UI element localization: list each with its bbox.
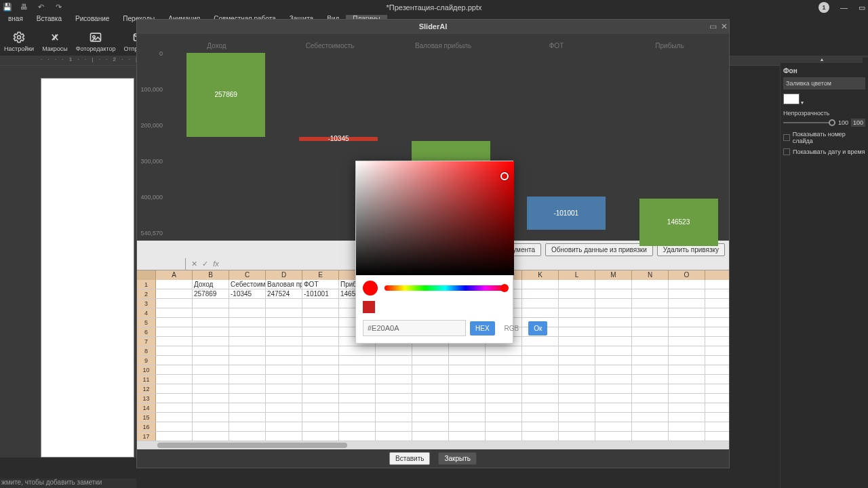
cell-D10[interactable]	[266, 365, 302, 374]
cell-H10[interactable]	[412, 365, 449, 374]
cell-B8[interactable]	[193, 346, 229, 355]
select-all-corner[interactable]	[137, 270, 156, 280]
opacity-slider[interactable]	[783, 122, 835, 123]
cell-I11[interactable]	[449, 375, 486, 384]
cell-G9[interactable]	[376, 356, 412, 365]
cell-A1[interactable]	[156, 280, 193, 289]
cell-O13[interactable]	[669, 394, 705, 403]
cell-L7[interactable]	[559, 337, 595, 346]
cell-B3[interactable]	[193, 299, 229, 308]
cell-A6[interactable]	[156, 327, 193, 336]
cell-H8[interactable]	[412, 346, 449, 355]
cell-H16[interactable]	[412, 422, 449, 431]
cell-C14[interactable]	[229, 403, 266, 412]
cell-K8[interactable]	[522, 346, 559, 355]
cell-N7[interactable]	[632, 337, 669, 346]
cell-A16[interactable]	[156, 422, 193, 431]
cell-A14[interactable]	[156, 403, 193, 412]
cell-O15[interactable]	[669, 413, 705, 422]
toolbar-settings[interactable]: Настройки	[0, 27, 38, 56]
cell-C17[interactable]	[229, 432, 266, 441]
cell-A5[interactable]	[156, 318, 193, 327]
close-button[interactable]: Закрыть	[438, 452, 477, 465]
cell-I8[interactable]	[449, 346, 486, 355]
cell-M6[interactable]	[595, 327, 632, 336]
cell-B1[interactable]: Доход	[193, 280, 229, 289]
cell-N9[interactable]	[632, 356, 669, 365]
cell-C10[interactable]	[229, 365, 266, 374]
cell-M4[interactable]	[595, 308, 632, 317]
cell-C8[interactable]	[229, 346, 266, 355]
cell-G12[interactable]	[376, 384, 412, 393]
notes-hint[interactable]: жмите, чтобы добавить заметки	[0, 479, 136, 488]
toolbar-macros[interactable]: Макросы	[38, 27, 72, 56]
cell-D6[interactable]	[266, 327, 302, 336]
cell-N13[interactable]	[632, 394, 669, 403]
cell-B10[interactable]	[193, 365, 229, 374]
cell-O10[interactable]	[669, 365, 705, 374]
col-header-K[interactable]: K	[522, 270, 559, 280]
cell-C16[interactable]	[229, 422, 266, 431]
cell-E3[interactable]	[302, 299, 339, 308]
cell-L15[interactable]	[559, 413, 595, 422]
cell-A3[interactable]	[156, 299, 193, 308]
cell-F12[interactable]	[339, 384, 376, 393]
cell-F17[interactable]	[339, 432, 376, 441]
hue-slider[interactable]	[384, 285, 506, 291]
cell-J10[interactable]	[486, 365, 522, 374]
cell-A13[interactable]	[156, 394, 193, 403]
cell-I13[interactable]	[449, 394, 486, 403]
cell-B14[interactable]	[193, 403, 229, 412]
cell-O2[interactable]	[669, 289, 705, 298]
cell-D12[interactable]	[266, 384, 302, 393]
save-icon[interactable]: 💾	[3, 3, 12, 12]
cell-D2[interactable]: 247524	[266, 289, 302, 298]
cell-L11[interactable]	[559, 375, 595, 384]
cell-M2[interactable]	[595, 289, 632, 298]
modal-restore-icon[interactable]: ▭	[709, 22, 717, 31]
cell-A11[interactable]	[156, 375, 193, 384]
row-header-4[interactable]: 4	[137, 308, 156, 317]
cell-N12[interactable]	[632, 384, 669, 393]
rgb-mode-button[interactable]: RGB	[499, 321, 525, 336]
cell-D14[interactable]	[266, 403, 302, 412]
cell-L2[interactable]	[559, 289, 595, 298]
cell-K12[interactable]	[522, 384, 559, 393]
cell-E10[interactable]	[302, 365, 339, 374]
cell-H17[interactable]	[412, 432, 449, 441]
cell-H15[interactable]	[412, 413, 449, 422]
cell-A7[interactable]	[156, 337, 193, 346]
cell-B2[interactable]: 257869	[193, 289, 229, 298]
cell-G11[interactable]	[376, 375, 412, 384]
cell-F16[interactable]	[339, 422, 376, 431]
cell-J9[interactable]	[486, 356, 522, 365]
cell-M12[interactable]	[595, 384, 632, 393]
cell-L10[interactable]	[559, 365, 595, 374]
cell-L8[interactable]	[559, 346, 595, 355]
cell-K4[interactable]	[522, 308, 559, 317]
cell-M3[interactable]	[595, 299, 632, 308]
col-header-L[interactable]: L	[559, 270, 595, 280]
cell-E15[interactable]	[302, 413, 339, 422]
checkbox-datetime[interactable]	[783, 148, 790, 155]
cell-B4[interactable]	[193, 308, 229, 317]
scroll-up-arrow[interactable]: ▴	[781, 56, 863, 63]
cell-O9[interactable]	[669, 356, 705, 365]
cell-C9[interactable]	[229, 356, 266, 365]
minimize-icon[interactable]: —	[840, 3, 848, 12]
cell-D4[interactable]	[266, 308, 302, 317]
cell-N5[interactable]	[632, 318, 669, 327]
cell-I16[interactable]	[449, 422, 486, 431]
cell-B6[interactable]	[193, 327, 229, 336]
cell-M13[interactable]	[595, 394, 632, 403]
col-header-N[interactable]: N	[632, 270, 669, 280]
row-header-17[interactable]: 17	[137, 432, 156, 441]
cell-F14[interactable]	[339, 403, 376, 412]
cell-B7[interactable]	[193, 337, 229, 346]
cell-L12[interactable]	[559, 384, 595, 393]
cell-E14[interactable]	[302, 403, 339, 412]
row-header-3[interactable]: 3	[137, 299, 156, 308]
cell-K9[interactable]	[522, 356, 559, 365]
cell-O12[interactable]	[669, 384, 705, 393]
cell-D16[interactable]	[266, 422, 302, 431]
